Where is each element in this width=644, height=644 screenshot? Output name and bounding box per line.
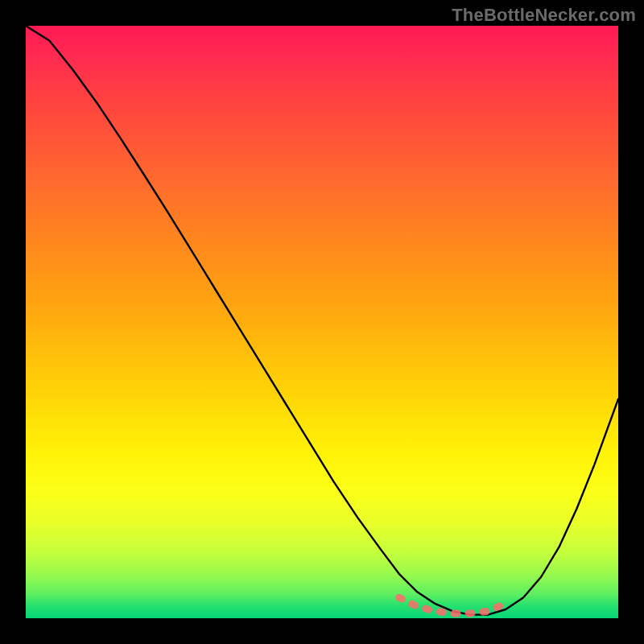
chart-container: TheBottleNecker.com bbox=[0, 0, 644, 644]
plot-area bbox=[26, 26, 618, 618]
optimal-zone-marker bbox=[399, 597, 506, 613]
bottleneck-curve bbox=[26, 26, 618, 615]
watermark-text: TheBottleNecker.com bbox=[452, 5, 636, 26]
curve-overlay bbox=[26, 26, 618, 618]
